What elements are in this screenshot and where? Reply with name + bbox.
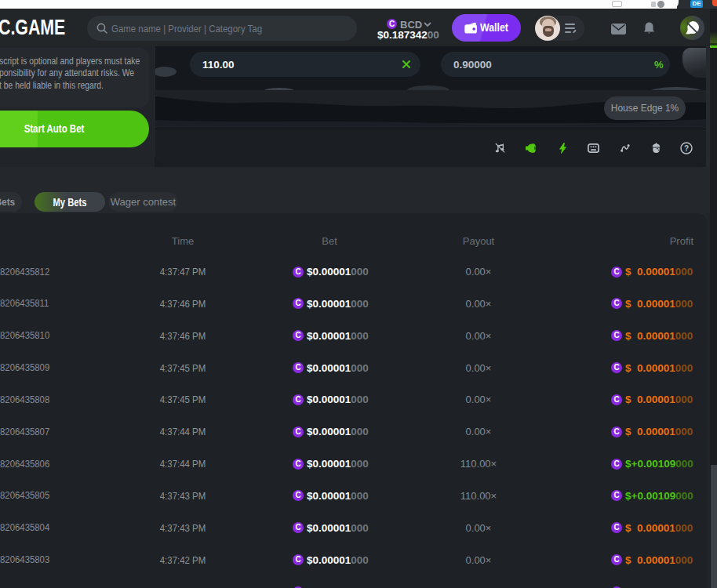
svg-text:?: ? — [684, 143, 689, 152]
